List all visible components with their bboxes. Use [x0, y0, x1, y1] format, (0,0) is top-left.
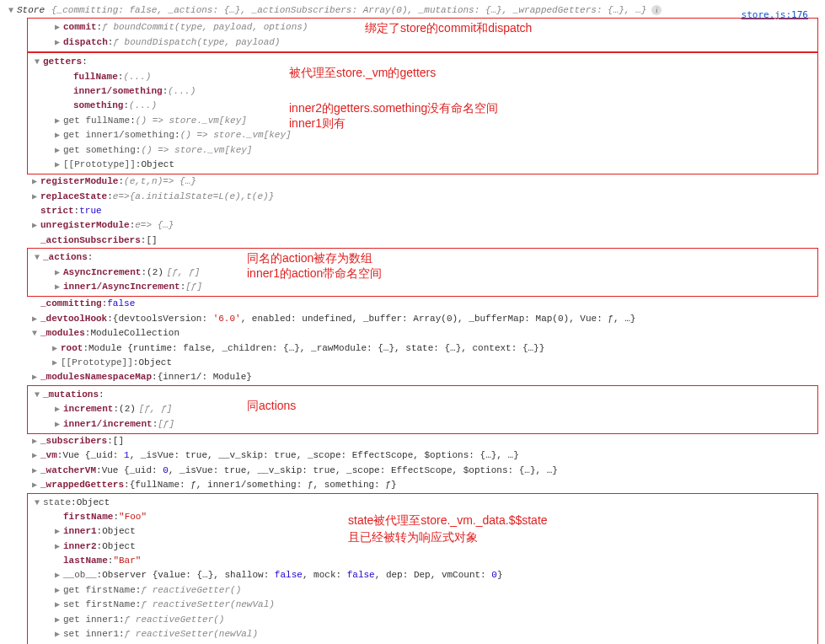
action-AsyncIncrement[interactable]: ▶ AsyncIncrement (2) [ƒ, ƒ] [29, 266, 816, 280]
triangle-right-icon[interactable]: ▶ [51, 343, 59, 355]
prop-wrappedGetters[interactable]: ▶ _wrappedGetters {fullName: ƒ, inner1/s… [7, 478, 818, 492]
prop-vm[interactable]: ▶ _vm Vue {_uid: 1, _isVue: true, __v_sk… [7, 448, 818, 463]
triangle-right-icon[interactable]: ▶ [53, 145, 62, 157]
triangle-right-icon[interactable]: ▶ [53, 419, 62, 431]
info-icon[interactable]: i [651, 5, 662, 15]
triangle-right-icon[interactable]: ▶ [30, 480, 39, 491]
accessor-get-inner1-something[interactable]: ▶ get inner1/something () => store._vm[k… [29, 128, 816, 142]
annotation: 同actions [247, 398, 296, 415]
triangle-right-icon[interactable]: ▶ [51, 357, 59, 369]
triangle-right-icon[interactable]: ▶ [30, 191, 39, 203]
triangle-down-icon[interactable]: ▼ [30, 328, 39, 340]
triangle-right-icon[interactable]: ▶ [53, 526, 62, 538]
annotation: 同名的action被存为数组 [247, 250, 372, 267]
annotation: 被代理至store._vm的getters [289, 65, 436, 82]
prop-committing[interactable]: ▶ _committing false [7, 297, 818, 311]
highlight-box-state: state被代理至store._vm._data.$$state 且已经被转为响… [27, 493, 818, 645]
prop-state[interactable]: ▼ state Object [29, 496, 816, 510]
ctor-name: Store [17, 4, 45, 17]
state-accessor[interactable]: ▶get firstNameƒ reactiveGetter() [29, 583, 816, 598]
prop-watcherVM[interactable]: ▶ _watcherVM Vue {_uid: 0, _isVue: true,… [7, 464, 818, 478]
highlight-box-actions: 同名的action被存为数组 inner1的action带命名空间 ▼ _act… [27, 248, 818, 297]
triangle-right-icon[interactable]: ▶ [53, 267, 62, 279]
state-accessor[interactable]: ▶get inner1ƒ reactiveGetter() [29, 613, 816, 627]
prototype[interactable]: ▶ [[Prototype]] Object [29, 158, 816, 172]
triangle-right-icon[interactable]: ▶ [53, 629, 62, 641]
getter-inner1-something[interactable]: inner1/something (...) [29, 84, 816, 99]
prop-modulesNamespaceMap[interactable]: ▶ _modulesNamespaceMap {inner1/: Module} [7, 370, 818, 384]
triangle-right-icon[interactable]: ▶ [53, 541, 62, 553]
prop-actions[interactable]: ▼ _actions [29, 250, 816, 265]
triangle-down-icon[interactable]: ▼ [33, 497, 41, 509]
highlight-box-getters: 被代理至store._vm的getters inner2的getters.som… [27, 52, 818, 174]
accessor-get-something[interactable]: ▶ get something () => store._vm[key] [29, 143, 816, 158]
prop-modules-root[interactable]: ▶ root Module {runtime: false, _children… [7, 341, 818, 356]
prop-strict[interactable]: ▶ strict true [7, 204, 818, 218]
prop-mutations[interactable]: ▼ _mutations [29, 388, 816, 402]
prototype[interactable]: ▶ [[Prototype]] Object [7, 356, 818, 370]
triangle-down-icon[interactable]: ▼ [33, 56, 41, 68]
triangle-right-icon[interactable]: ▶ [53, 37, 62, 49]
triangle-right-icon[interactable]: ▶ [30, 176, 39, 188]
triangle-down-icon[interactable]: ▼ [33, 389, 41, 401]
highlight-box-mutations: 同actions ▼ _mutations ▶ increment (2) [ƒ… [27, 385, 818, 434]
state-ob[interactable]: ▶ __ob__ Observer {value: {…}, shallow: … [29, 568, 816, 582]
triangle-right-icon[interactable]: ▶ [53, 570, 62, 582]
prop-subscribers[interactable]: ▶ _subscribers [] [7, 434, 818, 448]
triangle-right-icon[interactable]: ▶ [30, 436, 39, 448]
prop-modules[interactable]: ▼ _modules ModuleCollection [7, 326, 818, 341]
triangle-right-icon[interactable]: ▶ [30, 465, 39, 477]
triangle-right-icon[interactable]: ▶ [53, 282, 62, 293]
state-lastName[interactable]: ▶ lastName "Bar" [29, 554, 816, 568]
triangle-right-icon[interactable]: ▶ [53, 614, 62, 626]
triangle-right-icon[interactable]: ▶ [53, 159, 62, 171]
state-accessor[interactable]: ▶set inner1ƒ reactiveSetter(newVal) [29, 627, 816, 641]
object-preview: {_committing: false, _actions: {…}, _act… [51, 4, 646, 17]
triangle-right-icon[interactable]: ▶ [53, 404, 62, 416]
mutation-inner1-increment[interactable]: ▶ inner1/increment [ƒ] [29, 417, 816, 432]
state-accessor[interactable]: ▶set firstNameƒ reactiveSetter(newVal) [29, 598, 816, 612]
triangle-down-icon[interactable]: ▼ [7, 5, 15, 17]
triangle-right-icon[interactable]: ▶ [30, 372, 39, 384]
action-inner1-AsyncIncrement[interactable]: ▶ inner1/AsyncIncrement [ƒ] [29, 280, 816, 294]
annotation: inner2的getters.something没有命名空间 [289, 100, 498, 117]
mutation-increment[interactable]: ▶ increment (2) [ƒ, ƒ] [29, 402, 816, 416]
annotation: inner1则有 [289, 115, 346, 132]
triangle-right-icon[interactable]: ▶ [53, 585, 62, 597]
triangle-right-icon[interactable]: ▶ [53, 115, 62, 127]
triangle-right-icon[interactable]: ▶ [53, 22, 62, 34]
triangle-right-icon[interactable]: ▶ [30, 220, 39, 232]
triangle-right-icon[interactable]: ▶ [30, 450, 39, 462]
annotation: 绑定了store的commit和dispatch [365, 20, 532, 37]
object-root[interactable]: ▼ Store {_committing: false, _actions: {… [7, 3, 818, 18]
highlight-box-commit-dispatch: 绑定了store的commit和dispatch ▶ commit ƒ boun… [27, 18, 818, 52]
prop-unregisterModule[interactable]: ▶ unregisterModule e=> {…} [7, 218, 818, 233]
prop-actionSubscribers[interactable]: ▶ _actionSubscribers [] [7, 233, 818, 248]
prop-dispatch[interactable]: ▶ dispatch ƒ boundDispatch(type, payload… [29, 35, 816, 50]
triangle-right-icon[interactable]: ▶ [30, 314, 39, 325]
triangle-right-icon[interactable]: ▶ [53, 599, 62, 611]
triangle-down-icon[interactable]: ▼ [33, 252, 41, 264]
annotation: 且已经被转为响应式对象 [348, 529, 478, 546]
prop-devtoolHook[interactable]: ▶ _devtoolHook {devtoolsVersion: '6.0', … [7, 312, 818, 326]
prop-registerModule[interactable]: ▶ registerModule (e,t,n)=> {…} [7, 174, 818, 189]
triangle-right-icon[interactable]: ▶ [53, 130, 62, 142]
annotation: inner1的action带命名空间 [247, 266, 382, 282]
annotation: state被代理至store._vm._data.$$state [348, 513, 548, 529]
prop-replaceState[interactable]: ▶ replaceState e=>{a.initialState=L(e),t… [7, 190, 818, 204]
